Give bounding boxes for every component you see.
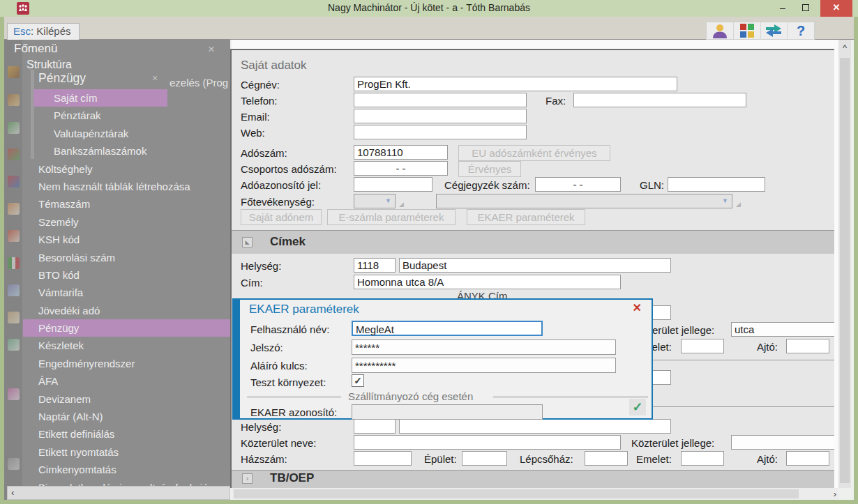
menu-item-nem-hasznalt-tablak[interactable]: Nem használt táblák létrehozása <box>23 178 230 195</box>
cim-label: Cím: <box>241 277 263 289</box>
gln-label: GLN: <box>640 179 664 191</box>
menu-item-penzugy[interactable]: Pénzügy <box>23 319 230 337</box>
city-input[interactable] <box>399 419 671 434</box>
menu-horizontal-scrollbar[interactable]: ‹ <box>7 486 230 500</box>
ajto-input[interactable] <box>786 339 829 353</box>
menu-item-engedmenyrendszer[interactable]: Engedményrendszer <box>23 355 230 372</box>
esc-exit-tab[interactable]: Esc: Kilépés <box>7 23 80 40</box>
email-input[interactable] <box>354 109 527 123</box>
adoazonosito-label: Adóazonosító jel: <box>241 179 321 191</box>
menu-item-sajat-cim[interactable]: Saját cím <box>23 89 230 107</box>
modules-button[interactable] <box>734 22 761 39</box>
emelet-input[interactable] <box>681 339 724 353</box>
menu-close-icon[interactable]: × <box>208 45 215 54</box>
menu-item-keszletek[interactable]: Készletek <box>23 337 230 354</box>
scroll-up-arrow-icon[interactable]: ^ <box>838 43 851 53</box>
menu-item-besorolasi-szam[interactable]: Besorolási szám <box>23 249 230 266</box>
collapse-section-button[interactable]: ◣ <box>242 237 253 247</box>
gln-input[interactable] <box>668 177 765 192</box>
ajto-label: Ajtó: <box>757 453 778 465</box>
close-button[interactable]: ✕ <box>820 0 852 17</box>
fax-input[interactable] <box>573 93 746 107</box>
menu-item-koltseghely[interactable]: Költséghely <box>23 160 230 178</box>
menu-item-vamtarifa[interactable]: Vámtarifa <box>23 284 230 301</box>
menu-item-valutapenztarak[interactable]: Valutapénztárak <box>23 125 230 142</box>
tboep-section-header: › TB/OEP <box>232 470 838 488</box>
adoszam-input[interactable]: 10788110 <box>354 145 448 160</box>
menu-item-naptar[interactable]: Naptár (Alt-N) <box>23 408 230 425</box>
cim-input[interactable]: Homonna utca 8/A <box>354 275 621 289</box>
eu-adoszam-button[interactable]: EU adószámként érvényes <box>458 145 610 161</box>
scroll-left-arrow-icon[interactable]: ‹ <box>11 487 14 498</box>
zip-input[interactable] <box>354 419 396 434</box>
scroll-right-arrow-icon[interactable]: › <box>834 489 836 499</box>
city-input[interactable]: Budapest <box>399 258 671 273</box>
menu-item-afa[interactable]: ÁFA <box>23 372 230 390</box>
menu-item-szemely[interactable]: Személy <box>23 213 230 231</box>
kozterulet-neve-input[interactable] <box>354 435 621 450</box>
horizontal-scrollbar[interactable]: › <box>232 488 838 500</box>
hazszam-input[interactable] <box>354 451 412 466</box>
ekaer-azonosito-input[interactable] <box>352 404 543 420</box>
ervenyes-button[interactable]: Érvényes <box>458 161 521 177</box>
user-icon <box>712 23 728 38</box>
minimize-button[interactable]: – <box>773 0 792 17</box>
window-border-left <box>0 17 4 504</box>
menu-item-jovedeki-ado[interactable]: Jövedéki adó <box>23 302 230 319</box>
menu-item-ksh-kod[interactable]: KSH kód <box>23 231 230 248</box>
zip-input[interactable]: 1118 <box>354 258 396 273</box>
menu-item-bto-kod[interactable]: BTO kód <box>23 266 230 284</box>
resize-grip-icon: ◢ <box>399 201 404 208</box>
menu-item-penzugy-group[interactable]: Pénzügy <box>23 68 230 89</box>
adoazonosito-input[interactable] <box>354 177 432 192</box>
emelet-input[interactable] <box>681 451 724 466</box>
maximize-icon <box>802 4 809 11</box>
telefon-input[interactable] <box>354 93 527 107</box>
felhasznalo-nev-input[interactable]: MegleAt <box>352 321 543 336</box>
cegjegyzek-input[interactable]: - - <box>535 177 621 192</box>
ok-button[interactable]: ✓ <box>629 399 646 415</box>
cegjegyzek-label: Cégjegyzék szám: <box>444 179 530 191</box>
telefon-label: Telefon: <box>241 95 278 107</box>
transfer-button[interactable] <box>761 22 788 39</box>
menu-item-cimkenyomtatas[interactable]: Cimkenyomtatás <box>23 461 230 478</box>
ekaer-parameterek-button[interactable]: EKAER paraméterek <box>467 209 585 225</box>
cimek-section-header: ◣ Címek <box>232 230 838 254</box>
toolbar-icon-faded <box>8 122 20 134</box>
scrollbar-thumb[interactable] <box>234 489 799 498</box>
lepcsohaz-input[interactable] <box>585 451 628 466</box>
cimek-section-title: Címek <box>270 235 306 249</box>
vertical-scrollbar[interactable]: ^ <box>838 40 851 488</box>
csoportos-adoszam-label: Csoportos adószám: <box>241 163 337 175</box>
menu-item-penztarak[interactable]: Pénztárak <box>23 107 230 124</box>
menu-item-etikett-definialas[interactable]: Etikett definiálás <box>23 425 230 443</box>
cegnev-input[interactable]: ProgEn Kft. <box>354 77 677 91</box>
csoportos-adoszam-input[interactable]: - - <box>354 161 448 176</box>
user-button[interactable] <box>707 22 734 39</box>
teszt-kornyezet-checkbox[interactable]: ✓ <box>352 374 364 387</box>
maximize-button[interactable] <box>795 0 816 17</box>
chevron-down-icon: ▼ <box>722 197 728 204</box>
expand-section-button[interactable]: › <box>242 473 253 484</box>
menu-item-devizanem[interactable]: Devizanem <box>23 390 230 408</box>
kozterulet-jellege-select[interactable]: ▼ <box>731 435 844 450</box>
epulet-input[interactable] <box>462 451 507 466</box>
ajto-input[interactable] <box>786 451 829 466</box>
eszamla-parameterek-button[interactable]: E-számla paraméterek <box>327 209 456 225</box>
fotevekenyseg-name-select[interactable]: ▼ <box>436 194 732 208</box>
toolbar-icon-faded <box>8 339 20 351</box>
kozterulet-jellege-select[interactable]: utca ▼ <box>731 322 844 337</box>
menu-item-temaszam[interactable]: Témaszám <box>23 195 230 213</box>
jelszo-input[interactable]: ****** <box>352 339 616 355</box>
menu-item-bankszamlaszamok[interactable]: Bankszámlaszámok <box>23 142 230 160</box>
sajat-adonem-button[interactable]: Saját adónem <box>241 209 322 225</box>
ekaer-parameterek-dialog: EKAER paraméterek ✕ Felhasználó név: Meg… <box>239 298 653 420</box>
scrollbar-thumb[interactable] <box>840 58 850 483</box>
help-button[interactable]: ? <box>788 22 814 39</box>
fotevekenyseg-code-select[interactable]: ▼ <box>354 194 396 208</box>
web-input[interactable] <box>354 125 527 139</box>
menu-item-etikett-nyomtatas[interactable]: Etikett nyomtatás <box>23 443 230 461</box>
dialog-close-icon[interactable]: ✕ <box>633 301 642 314</box>
menu-item-bizonylatkezeles[interactable]: Bizonylatkezelés jogosultság funkció <box>23 479 230 486</box>
alairo-kulcs-input[interactable]: ********** <box>352 358 616 373</box>
